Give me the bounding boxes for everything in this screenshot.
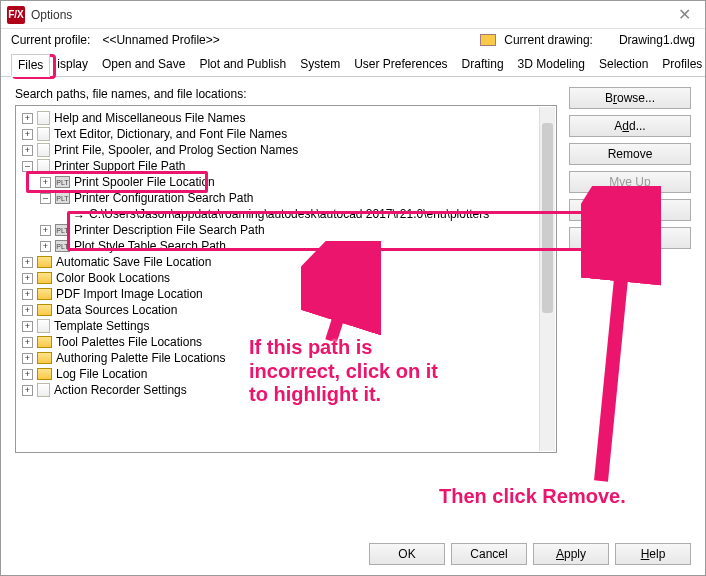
remove-button[interactable]: Remove bbox=[569, 143, 691, 165]
tab-plot-publish[interactable]: Plot and Publish bbox=[192, 53, 293, 76]
scrollbar-thumb[interactable] bbox=[542, 123, 553, 313]
tab-drafting[interactable]: Drafting bbox=[455, 53, 511, 76]
tree-item-label: Text Editor, Dictionary, and Font File N… bbox=[54, 127, 287, 141]
expand-icon[interactable]: + bbox=[22, 289, 33, 300]
add-button[interactable]: Add... bbox=[569, 115, 691, 137]
profile-bar: Current profile: <<Unnamed Profile>> Cur… bbox=[1, 29, 705, 49]
collapse-icon[interactable]: – bbox=[40, 193, 51, 204]
tree-item-template[interactable]: +Template Settings bbox=[22, 318, 552, 334]
browse-button[interactable]: Browse... bbox=[569, 87, 691, 109]
tree-item-printer-config-path[interactable]: C:\Users\Jason\appdata\roaming\autodesk\… bbox=[58, 206, 552, 222]
expand-icon[interactable]: + bbox=[22, 353, 33, 364]
tree-item-label: PDF Import Image Location bbox=[56, 287, 203, 301]
tree-item-label: Template Settings bbox=[54, 319, 149, 333]
current-drawing-value: Drawing1.dwg bbox=[619, 33, 695, 47]
tree-item-label: Data Sources Location bbox=[56, 303, 177, 317]
document-icon bbox=[37, 143, 50, 157]
tree-item-text-editor[interactable]: +Text Editor, Dictionary, and Font File … bbox=[22, 126, 552, 142]
document-icon bbox=[37, 159, 50, 173]
folder-icon bbox=[37, 256, 52, 268]
current-profile-label: Current profile: bbox=[11, 33, 90, 47]
tab-display-truncated[interactable]: isplay bbox=[50, 53, 95, 76]
tab-system[interactable]: System bbox=[293, 53, 347, 76]
tree-item-label: Help and Miscellaneous File Names bbox=[54, 111, 245, 125]
dialog-button-bar: OK Cancel Apply Help bbox=[369, 543, 691, 565]
help-button[interactable]: Help bbox=[615, 543, 691, 565]
svg-line-1 bbox=[601, 198, 629, 481]
annotation-text-path: If this path is incorrect, click on it t… bbox=[249, 336, 459, 407]
annotation-text-remove: Then click Remove. bbox=[439, 485, 626, 509]
titlebar: F/X Options ✕ bbox=[1, 1, 705, 29]
tab-open-save[interactable]: Open and Save bbox=[95, 53, 192, 76]
document-icon bbox=[37, 127, 50, 141]
expand-icon[interactable]: + bbox=[40, 241, 51, 252]
folder-icon bbox=[37, 288, 52, 300]
expand-icon[interactable]: + bbox=[22, 385, 33, 396]
tree-item-label: Print File, Spooler, and Prolog Section … bbox=[54, 143, 298, 157]
tree-item-plot-style[interactable]: +PLTPlot Style Table Search Path bbox=[40, 238, 552, 254]
tree-item-color-book[interactable]: +Color Book Locations bbox=[22, 270, 552, 286]
options-dialog: F/X Options ✕ Current profile: <<Unnamed… bbox=[0, 0, 706, 576]
tree-item-label: Action Recorder Settings bbox=[54, 383, 187, 397]
tree-item-label: Color Book Locations bbox=[56, 271, 170, 285]
drawing-icon bbox=[480, 34, 496, 46]
tree-item-label: Printer Configuration Search Path bbox=[74, 191, 253, 205]
document-icon bbox=[37, 319, 50, 333]
tree-item-print-file[interactable]: +Print File, Spooler, and Prolog Section… bbox=[22, 142, 552, 158]
tree-scrollbar[interactable] bbox=[539, 107, 555, 451]
tree-item-label: Tool Palettes File Locations bbox=[56, 335, 202, 349]
tree-item-printer-config-search[interactable]: –PLTPrinter Configuration Search Path bbox=[40, 190, 552, 206]
tree-item-print-spooler[interactable]: +PLTPrint Spooler File Location bbox=[40, 174, 552, 190]
folder-icon bbox=[37, 352, 52, 364]
annotation-arrow-remove bbox=[581, 186, 661, 486]
plt-icon: PLT bbox=[55, 192, 70, 204]
tree-item-data-sources[interactable]: +Data Sources Location bbox=[22, 302, 552, 318]
tree-item-label: Automatic Save File Location bbox=[56, 255, 211, 269]
expand-icon[interactable]: + bbox=[22, 145, 33, 156]
tree-item-label: Printer Support File Path bbox=[54, 159, 185, 173]
tab-profiles[interactable]: Profiles bbox=[655, 53, 706, 76]
plt-icon: PLT bbox=[55, 176, 70, 188]
close-button[interactable]: ✕ bbox=[670, 5, 699, 24]
tree-item-label: Authoring Palette File Locations bbox=[56, 351, 225, 365]
path-arrow-icon bbox=[73, 209, 85, 219]
expand-icon[interactable]: + bbox=[22, 113, 33, 124]
folder-icon bbox=[37, 304, 52, 316]
folder-icon bbox=[37, 272, 52, 284]
tab-files[interactable]: Files bbox=[11, 54, 50, 77]
window-title: Options bbox=[31, 8, 72, 22]
plt-icon: PLT bbox=[55, 240, 70, 252]
tree-item-pdf-import[interactable]: +PDF Import Image Location bbox=[22, 286, 552, 302]
collapse-icon[interactable]: – bbox=[22, 161, 33, 172]
tree-item-help-misc[interactable]: +Help and Miscellaneous File Names bbox=[22, 110, 552, 126]
tree-item-printer-desc[interactable]: +PLTPrinter Description File Search Path bbox=[40, 222, 552, 238]
tree-item-label: Printer Description File Search Path bbox=[74, 223, 265, 237]
expand-icon[interactable]: + bbox=[22, 273, 33, 284]
tab-bar: Files isplay Open and Save Plot and Publ… bbox=[1, 53, 705, 77]
expand-icon[interactable]: + bbox=[40, 225, 51, 236]
expand-icon[interactable]: + bbox=[22, 129, 33, 140]
expand-icon[interactable]: + bbox=[40, 177, 51, 188]
plt-icon: PLT bbox=[55, 224, 70, 236]
tree-item-auto-save[interactable]: +Automatic Save File Location bbox=[22, 254, 552, 270]
expand-icon[interactable]: + bbox=[22, 321, 33, 332]
tab-3d-modeling[interactable]: 3D Modeling bbox=[511, 53, 592, 76]
expand-icon[interactable]: + bbox=[22, 305, 33, 316]
apply-button[interactable]: Apply bbox=[533, 543, 609, 565]
app-icon: F/X bbox=[7, 6, 25, 24]
cancel-button[interactable]: Cancel bbox=[451, 543, 527, 565]
document-icon bbox=[37, 111, 50, 125]
tree-item-label: Log File Location bbox=[56, 367, 147, 381]
current-drawing-label: Current drawing: bbox=[504, 33, 593, 47]
annotation-arrow-path bbox=[301, 241, 381, 351]
tab-user-preferences[interactable]: User Preferences bbox=[347, 53, 454, 76]
folder-icon bbox=[37, 368, 52, 380]
tab-selection[interactable]: Selection bbox=[592, 53, 655, 76]
ok-button[interactable]: OK bbox=[369, 543, 445, 565]
expand-icon[interactable]: + bbox=[22, 337, 33, 348]
expand-icon[interactable]: + bbox=[22, 369, 33, 380]
tree-item-label: Plot Style Table Search Path bbox=[74, 239, 226, 253]
tree-item-label: Print Spooler File Location bbox=[74, 175, 215, 189]
expand-icon[interactable]: + bbox=[22, 257, 33, 268]
tree-item-printer-support[interactable]: –Printer Support File Path bbox=[22, 158, 552, 174]
